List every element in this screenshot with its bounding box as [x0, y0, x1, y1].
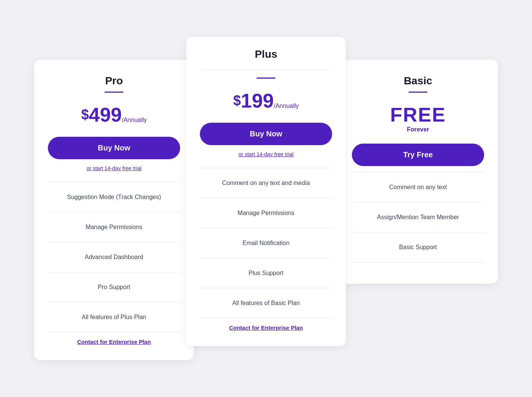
- pro-enterprise-link[interactable]: Contact for Enterprise Plan: [48, 338, 180, 345]
- plus-divider-6: [200, 318, 332, 318]
- plus-feature-3: Email Notification: [200, 234, 332, 252]
- pro-divider-6: [48, 332, 180, 332]
- basic-divider-3: [352, 232, 484, 233]
- plus-feature-2: Manage Permissions: [200, 204, 332, 222]
- plus-buy-button[interactable]: Buy Now: [200, 123, 332, 145]
- basic-divider: [408, 92, 428, 93]
- basic-price-free: FREE: [352, 103, 484, 126]
- pro-divider-5: [48, 302, 180, 302]
- pricing-container: Pro $499/Annually Buy Now or start 14-da…: [8, 22, 524, 375]
- plus-feature-4: Plus Support: [200, 264, 332, 282]
- basic-feature-1: Comment on any text: [352, 179, 484, 196]
- pro-divider: [104, 92, 124, 93]
- plus-free-trial-link[interactable]: or start 14-day free trial: [200, 151, 332, 157]
- basic-divider-2: [352, 202, 484, 202]
- basic-card: Basic FREE Forever Try Free Comment on a…: [338, 60, 498, 284]
- pro-price-period: /Annually: [122, 117, 147, 123]
- basic-price-forever: Forever: [352, 126, 484, 133]
- pro-free-trial-link[interactable]: or start 14-day free trial: [48, 165, 180, 171]
- pro-divider-2: [48, 212, 180, 212]
- pro-price-area: $499/Annually: [48, 103, 180, 126]
- pro-divider-1: [48, 182, 180, 182]
- pro-feature-3: Advanced Dashboard: [48, 248, 180, 266]
- pro-feature-5: All features of Plus Plan: [48, 308, 180, 326]
- plus-header: Plus: [200, 48, 332, 70]
- plus-card: Plus $199/Annually Buy Now or start 14-d…: [186, 37, 346, 346]
- basic-price-area: FREE Forever: [352, 103, 484, 133]
- basic-feature-3: Basic Support: [352, 239, 484, 256]
- basic-divider-1: [352, 172, 484, 172]
- pro-divider-3: [48, 242, 180, 242]
- plus-divider-1: [200, 168, 332, 168]
- pro-price-symbol: $: [81, 107, 89, 122]
- plus-price-area: $199/Annually: [200, 89, 332, 112]
- pro-card: Pro $499/Annually Buy Now or start 14-da…: [34, 60, 194, 360]
- basic-plan-name: Basic: [352, 75, 484, 87]
- plus-divider-5: [200, 288, 332, 288]
- plus-feature-1: Comment on any text and media: [200, 174, 332, 192]
- plus-price-symbol: $: [233, 93, 241, 108]
- pro-feature-1: Suggestion Mode (Track Changes): [48, 188, 180, 206]
- plus-divider-2: [200, 198, 332, 198]
- plus-divider-4: [200, 258, 332, 258]
- plus-plan-name: Plus: [200, 48, 332, 60]
- plus-divider: [256, 78, 276, 79]
- pro-buy-button[interactable]: Buy Now: [48, 137, 180, 159]
- pro-plan-name: Pro: [48, 75, 180, 87]
- plus-enterprise-link[interactable]: Contact for Enterprise Plan: [200, 324, 332, 331]
- pro-divider-4: [48, 272, 180, 272]
- basic-divider-4: [352, 262, 484, 263]
- plus-price: 199: [241, 90, 274, 112]
- basic-try-button[interactable]: Try Free: [352, 144, 484, 166]
- basic-feature-2: Assign/Mention Team Member: [352, 209, 484, 226]
- pro-feature-2: Manage Permissions: [48, 218, 180, 236]
- pro-feature-4: Pro Support: [48, 278, 180, 296]
- plus-price-period: /Annually: [274, 103, 299, 109]
- pro-price: 499: [89, 104, 122, 126]
- plus-feature-5: All features of Basic Plan: [200, 294, 332, 312]
- plus-divider-3: [200, 228, 332, 228]
